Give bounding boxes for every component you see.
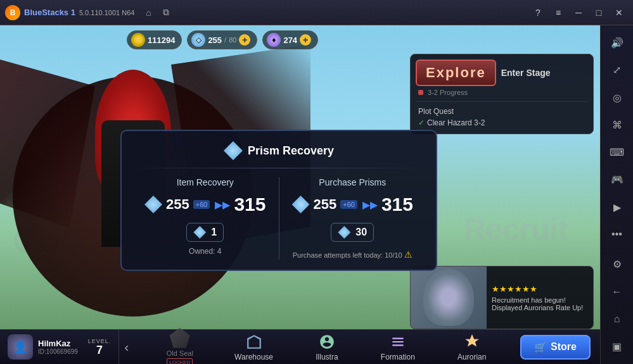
item-arrow-icon: ▶▶ — [215, 199, 230, 211]
purchase-arrow-icon: ▶▶ — [362, 199, 378, 211]
purchase-qty-input[interactable]: 30 — [331, 223, 374, 242]
settings-icon[interactable]: ⚙ — [604, 252, 630, 277]
illustra-nav-item[interactable]: Illustra — [308, 330, 345, 364]
player-info: 👤 HilmKaz ID:100669699 LEVEL. 7 — [0, 330, 119, 364]
old-seal-icon — [170, 328, 190, 348]
recruit-stars: ★★★★★★ — [492, 284, 588, 294]
progress-text: 3-2 Progress — [416, 89, 588, 96]
recruit-char-silhouette — [423, 269, 474, 326]
level-badge: LEVEL. 7 — [88, 338, 112, 356]
owned-text: Owned: 4 — [189, 247, 221, 256]
purchase-prism-current: 255 — [314, 196, 337, 213]
player-id: ID:100669699 — [38, 348, 78, 355]
close-button[interactable]: ✕ — [610, 4, 628, 22]
home-sidebar-icon[interactable]: ⌂ — [604, 307, 630, 332]
dialog-divider — [132, 168, 426, 168]
volume-icon[interactable]: 🔊 — [604, 30, 630, 55]
camera-icon[interactable]: ◎ — [604, 85, 630, 110]
dialog-title: Prism Recovery — [248, 144, 334, 158]
purchase-prism-result: 315 — [381, 194, 413, 215]
help-button[interactable]: ? — [529, 4, 547, 22]
recruit-banner-text-area: ★★★★★★ Recruitment has begun! Displayed … — [487, 279, 593, 317]
prism-currency: ◇ 255 / 80 + — [187, 30, 257, 49]
warehouse-nav-item[interactable]: Warehouse — [227, 330, 281, 364]
illustra-label: Illustra — [316, 353, 338, 361]
prism-add-button[interactable]: + — [239, 34, 250, 46]
gamepad-icon[interactable]: 🎮 — [604, 167, 630, 192]
warehouse-icon — [245, 333, 263, 351]
right-sidebar: 🔊 ⤢ ◎ ⌘ ⌨ 🎮 ▶ ••• ⚙ ← ⌂ ▣ — [600, 25, 633, 364]
expand-icon[interactable]: ⤢ — [604, 58, 630, 82]
player-details: HilmKaz ID:100669699 — [38, 339, 78, 355]
recent-icon[interactable]: ▣ — [604, 334, 630, 359]
gold-value: 111294 — [148, 35, 175, 45]
plot-quest-label: Plot Quest — [416, 106, 588, 117]
item-qty-input[interactable]: 1 — [186, 223, 224, 242]
aurorian-nav-item[interactable]: Aurorian — [450, 330, 494, 364]
diamond-add-button[interactable]: + — [300, 34, 311, 46]
aurorian-label: Aurorian — [457, 353, 486, 361]
explore-button[interactable]: Explore — [416, 60, 496, 86]
level-num: 7 — [96, 344, 103, 356]
prism-limit: 80 — [229, 36, 236, 44]
store-button[interactable]: 🛒 Store — [520, 335, 591, 360]
nav-left-arrow[interactable]: ‹ — [119, 340, 134, 355]
nav-items: Old Seal LOCKED Warehouse — [134, 325, 520, 365]
minimize-button[interactable]: ─ — [570, 4, 587, 22]
more-icon[interactable]: ••• — [604, 222, 630, 247]
warning-icon: ⚠ — [404, 249, 412, 260]
illustra-icon — [318, 333, 336, 351]
item-prism-result: 315 — [234, 194, 265, 215]
bluestacks-logo: B — [5, 5, 20, 20]
old-seal-label: Old Seal — [167, 349, 193, 357]
app-title: BlueStacks 1 — [24, 8, 75, 17]
recruit-banner-image — [411, 267, 487, 329]
purchase-prisms-title: Purchase Prisms — [319, 177, 386, 187]
item-recovery-title: Item Recovery — [177, 177, 234, 187]
old-seal-nav-item[interactable]: Old Seal LOCKED — [160, 325, 200, 365]
diamond-value: 274 — [283, 35, 297, 45]
purchase-prism-row: 255 +60 ▶▶ 315 — [292, 194, 413, 215]
titlebar-nav-icons: ⌂ ⧉ — [142, 6, 172, 19]
dialog-header: Prism Recovery — [132, 141, 426, 160]
purchase-prisms-col: Purchase Prisms 255 +60 ▶▶ 315 30 Purcha… — [279, 177, 426, 260]
window-icon[interactable]: ⧉ — [160, 6, 172, 19]
app-version: 5.0.110.1001 N64 — [79, 9, 134, 16]
bottom-nav: 👤 HilmKaz ID:100669699 LEVEL. 7 ‹ Old Se… — [0, 329, 600, 364]
dialog-columns: Item Recovery 255 +60 ▶▶ 315 1 Owned: 4 … — [132, 177, 426, 260]
item-recovery-col: Item Recovery 255 +60 ▶▶ 315 1 Owned: 4 — [132, 177, 279, 260]
keyboard-icon[interactable]: ⌨ — [604, 140, 630, 165]
prism-dialog-icon — [224, 141, 243, 160]
warehouse-label: Warehouse — [234, 353, 273, 361]
titlebar: B BlueStacks 1 5.0.110.1001 N64 ⌂ ⧉ ? ≡ … — [0, 0, 633, 25]
diamond-icon: ♦ — [267, 33, 281, 47]
item-prism-current: 255 — [166, 196, 189, 213]
controller-icon[interactable]: ⌘ — [604, 113, 630, 137]
formation-nav-item[interactable]: Formation — [373, 330, 423, 364]
purchase-prism-icon — [292, 196, 310, 213]
purchase-attempts-text: Purchase attempts left today: 10/10 ⚠ — [293, 249, 412, 260]
prism-recovery-dialog: Prism Recovery Item Recovery 255 +60 ▶▶ … — [120, 130, 437, 271]
qty-purchase-icon — [338, 226, 350, 239]
store-label: Store — [551, 341, 577, 353]
maximize-button[interactable]: □ — [590, 4, 608, 22]
prism-value: 255 — [208, 35, 222, 45]
formation-icon — [389, 333, 407, 351]
qty-item-icon — [193, 226, 206, 239]
top-hud: 🪙 111294 ◇ 255 / 80 + ♦ 274 + — [127, 30, 594, 49]
recruit-banner[interactable]: ★★★★★★ Recruitment has begun! Displayed … — [410, 266, 594, 329]
store-icon: 🛒 — [534, 341, 547, 353]
enter-stage-panel: Explore Enter Stage 3-2 Progress Plot Qu… — [410, 54, 594, 134]
item-plus-badge: +60 — [193, 200, 210, 209]
back-icon[interactable]: ← — [604, 279, 630, 304]
menu-button[interactable]: ≡ — [549, 4, 567, 22]
quest-check-icon: ✓ — [418, 118, 425, 127]
purchase-qty-value: 30 — [355, 227, 367, 238]
quest-item-1: ✓ Clear Hazard 3-2 — [416, 117, 588, 129]
macro-icon[interactable]: ▶ — [604, 195, 630, 220]
window-controls: ? ≡ ─ □ ✕ — [529, 4, 628, 22]
item-qty-value: 1 — [211, 227, 217, 238]
formation-label: Formation — [381, 353, 415, 361]
home-icon[interactable]: ⌂ — [142, 6, 155, 19]
player-name: HilmKaz — [38, 339, 78, 348]
